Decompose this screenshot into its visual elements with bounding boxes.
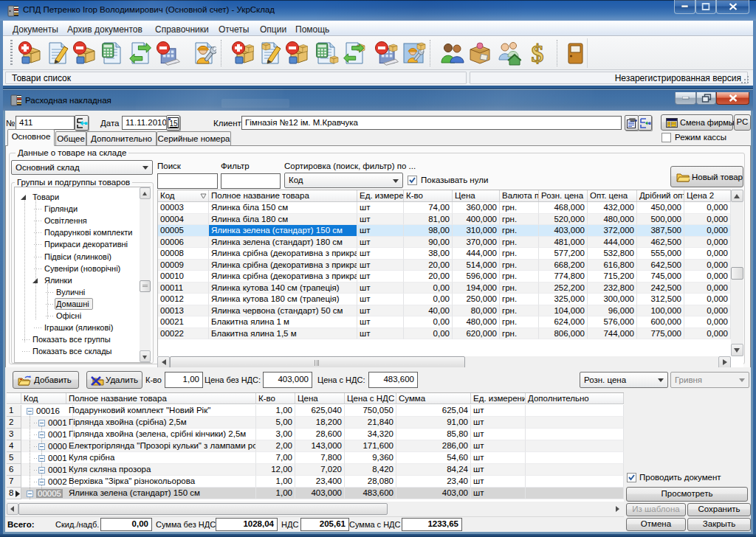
svg-text:15: 15	[169, 119, 178, 128]
svg-text:$: $	[532, 41, 544, 66]
